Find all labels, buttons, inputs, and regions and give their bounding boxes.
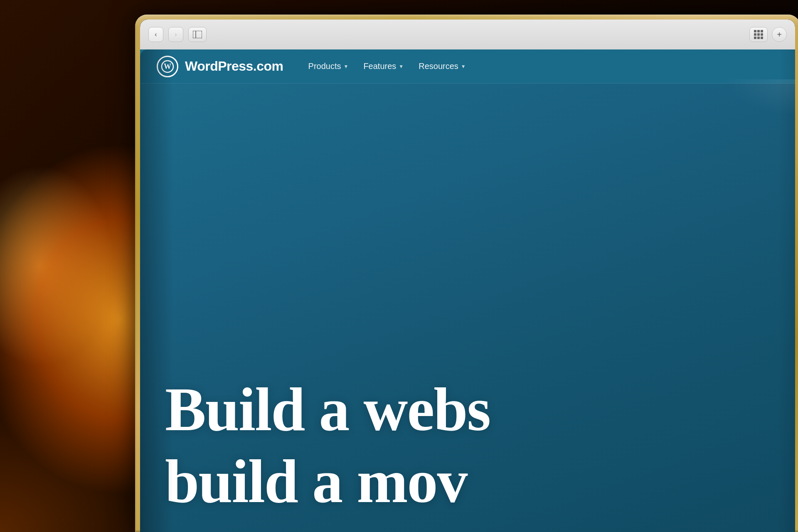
- wp-nav-items: Products ▼ Features ▼ Resources ▼: [308, 62, 466, 71]
- nav-resources-label: Resources: [419, 62, 458, 71]
- wp-logo-icon: W: [157, 56, 178, 77]
- new-tab-button[interactable]: +: [772, 27, 787, 42]
- website-viewport: W WordPress.com Products ▼ Features ▼: [140, 49, 795, 532]
- svg-text:W: W: [164, 62, 171, 71]
- grid-icon: [754, 30, 763, 39]
- wp-logo-area[interactable]: W WordPress.com: [157, 56, 283, 77]
- hero-text-line2: build a mov: [165, 448, 770, 515]
- extensions-button[interactable]: [749, 27, 768, 42]
- sidebar-toggle-button[interactable]: [188, 27, 207, 42]
- back-button[interactable]: ‹: [148, 27, 163, 42]
- products-dropdown-arrow: ▼: [343, 64, 348, 69]
- browser-chrome: ‹ ›: [140, 20, 795, 49]
- back-icon: ‹: [155, 31, 157, 38]
- nav-item-resources[interactable]: Resources ▼: [419, 62, 466, 71]
- features-dropdown-arrow: ▼: [399, 64, 404, 69]
- nav-products-label: Products: [308, 62, 341, 71]
- svg-rect-0: [193, 31, 202, 38]
- laptop-frame: ‹ ›: [135, 15, 798, 532]
- plus-icon: +: [777, 30, 782, 39]
- nav-item-features[interactable]: Features ▼: [363, 62, 404, 71]
- hero-text-line1: Build a webs: [165, 376, 770, 443]
- sidebar-icon: [193, 31, 202, 38]
- browser-right-controls: +: [749, 27, 787, 42]
- forward-icon: ›: [175, 31, 177, 38]
- wordpress-logo-svg: W: [161, 60, 174, 73]
- wp-navbar: W WordPress.com Products ▼ Features ▼: [140, 49, 795, 84]
- forward-button[interactable]: ›: [168, 27, 183, 42]
- screen-bezel: ‹ ›: [140, 20, 795, 532]
- nav-item-products[interactable]: Products ▼: [308, 62, 349, 71]
- nav-features-label: Features: [363, 62, 396, 71]
- wp-hero-section: Build a webs build a mov: [140, 84, 795, 532]
- resources-dropdown-arrow: ▼: [461, 64, 466, 69]
- site-name: WordPress.com: [185, 59, 283, 74]
